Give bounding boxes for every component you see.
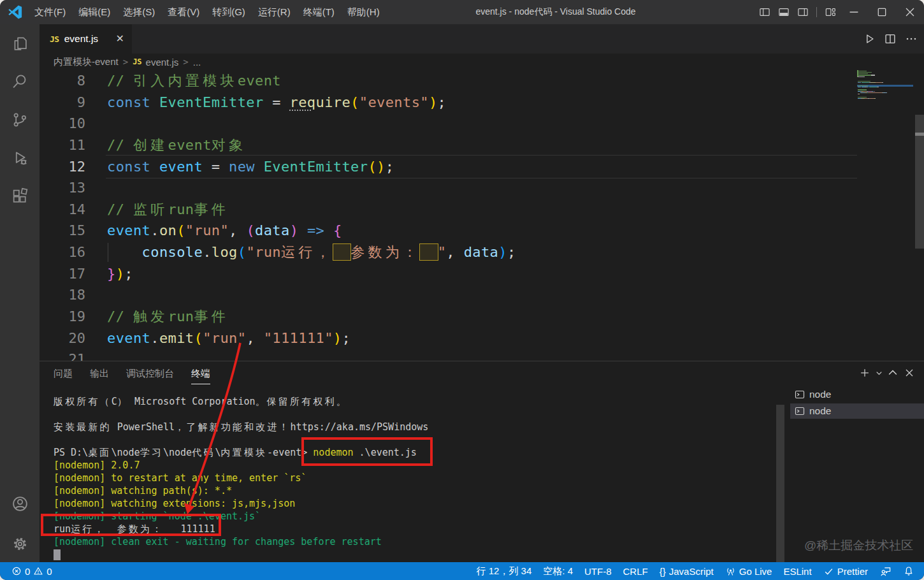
- split-editor-icon[interactable]: [879, 24, 900, 54]
- settings-gear-icon[interactable]: [0, 527, 40, 560]
- code-text: event.on("run", (data) => {: [107, 220, 342, 242]
- error-icon: [11, 566, 22, 576]
- line-number: 10: [40, 113, 85, 134]
- terminal-line-5: PS D:\桌面\node学习\node代码\内置模块-event> nodem…: [54, 446, 417, 459]
- terminal-icon: [795, 389, 805, 400]
- terminal-line-9: [nodemon] watching extensions: js,mjs,js…: [54, 497, 295, 510]
- minimap-token: [858, 97, 867, 98]
- editor-scrollbar[interactable]: [915, 70, 924, 361]
- terminal-list-item-2[interactable]: node: [790, 403, 924, 419]
- panel-tab-1[interactable]: 问题: [54, 361, 73, 384]
- code-text: // 创建event对象: [107, 134, 246, 156]
- problems-status[interactable]: 0 0: [11, 566, 52, 577]
- run-file-icon[interactable]: [858, 24, 879, 54]
- title-bar: 文件(F)编辑(E)选择(S)查看(V)转到(G)运行(R)终端(T)帮助(H)…: [0, 0, 924, 24]
- window-title: event.js - node代码 - Visual Studio Code: [475, 0, 635, 24]
- notifications-bell-icon[interactable]: [897, 562, 920, 580]
- language-status[interactable]: {} JavaScript: [654, 562, 719, 580]
- toggle-primary-sidebar-icon[interactable]: [755, 0, 774, 24]
- minimap-token: [858, 76, 865, 77]
- minimap-token: [859, 94, 860, 94]
- minimap-line-8: [858, 81, 870, 82]
- launch-profile-chevron-icon[interactable]: [873, 361, 884, 384]
- cjk-run: ）: [117, 396, 129, 407]
- cursor-position-status[interactable]: 行 12，列 34: [471, 562, 538, 580]
- go-live-status[interactable]: Go Live: [719, 562, 778, 580]
- new-terminal-icon[interactable]: [856, 361, 873, 384]
- minimap-token: [875, 98, 876, 99]
- maximize-button[interactable]: [868, 0, 896, 24]
- minimap[interactable]: [857, 70, 913, 361]
- feedback-status[interactable]: [874, 562, 897, 580]
- menu-item-2[interactable]: 编辑(E): [72, 0, 117, 24]
- js-file-icon: JS: [133, 57, 141, 66]
- toggle-panel-icon[interactable]: [774, 0, 793, 24]
- cjk-run: 对象: [212, 137, 247, 153]
- code-editor[interactable]: 8// 引入内置模块event9const EventEmitter = req…: [40, 70, 924, 361]
- search-icon[interactable]: [0, 65, 40, 98]
- code-line-13: 13: [40, 177, 924, 199]
- menu-item-6[interactable]: 运行(R): [252, 0, 297, 24]
- close-window-button[interactable]: [896, 0, 924, 24]
- panel-tab-2[interactable]: 输出: [90, 361, 109, 384]
- line-number: 9: [40, 92, 85, 113]
- breadcrumb-more[interactable]: ...: [193, 57, 201, 68]
- warning-count: 0: [47, 566, 52, 577]
- run-and-debug-icon[interactable]: [0, 141, 40, 175]
- breadcrumb: 内置模块-event > JS event.js > ...: [40, 54, 924, 70]
- bottom-panel: 问题输出调试控制台终端 版权所有（C） Microsoft Corporatio…: [40, 361, 924, 562]
- cjk-run: 参数为：: [350, 244, 420, 260]
- eol-status[interactable]: CRLF: [617, 562, 654, 580]
- tab-close-icon[interactable]: ✕: [116, 34, 124, 44]
- menu-item-3[interactable]: 选择(S): [117, 0, 161, 24]
- prettier-status[interactable]: Prettier: [818, 562, 874, 580]
- menu-item-8[interactable]: 帮助(H): [341, 0, 386, 24]
- chevron-right-icon: >: [123, 57, 128, 67]
- close-panel-icon[interactable]: [901, 361, 918, 384]
- terminal-line-7: [nodemon] to restart at any time, enter …: [54, 472, 307, 484]
- indentation-status[interactable]: 空格: 4: [537, 562, 579, 580]
- minimap-line-3: [858, 73, 868, 74]
- minimap-line-16: [858, 92, 887, 93]
- encoding-status[interactable]: UTF-8: [579, 562, 617, 580]
- maximize-panel-icon[interactable]: [884, 361, 901, 384]
- minimap-token: [858, 71, 867, 71]
- minimap-line-12: [858, 87, 879, 87]
- minimap-token: [858, 73, 868, 74]
- extensions-icon[interactable]: [0, 180, 40, 213]
- minimap-line-17: [858, 94, 860, 94]
- minimap-line-9: [858, 82, 883, 83]
- eslint-status[interactable]: ESLint: [777, 562, 817, 580]
- terminal-line-8: [nodemon] watching path(s): *.*: [54, 484, 232, 497]
- panel-tab-4[interactable]: 终端: [191, 361, 210, 384]
- menu-item-7[interactable]: 终端(T): [297, 0, 341, 24]
- source-control-icon[interactable]: [0, 103, 40, 136]
- terminal-list-item-1[interactable]: node: [790, 387, 924, 402]
- minimize-button[interactable]: [840, 0, 868, 24]
- menu-item-4[interactable]: 查看(V): [161, 0, 206, 24]
- explorer-icon[interactable]: [0, 27, 40, 60]
- menu-item-1[interactable]: 文件(F): [28, 0, 72, 24]
- cjk-run: ，了解新功能和改进！: [175, 421, 291, 433]
- terminal-line-3: 安装最新的 PowerShell，了解新功能和改进！https://aka.ms…: [54, 421, 428, 433]
- menu-item-5[interactable]: 转到(G): [206, 0, 252, 24]
- breadcrumb-folder[interactable]: 内置模块-event: [54, 56, 119, 68]
- code-line-17: 17});: [40, 263, 924, 285]
- code-line-19: 19// 触发run事件: [40, 306, 924, 328]
- code-line-15: 15event.on("run", (data) => {: [40, 220, 924, 242]
- terminal-scrollbar[interactable]: [776, 405, 784, 562]
- account-icon[interactable]: [0, 487, 40, 520]
- code-line-11: 11// 创建event对象: [40, 134, 924, 156]
- tab-event-js[interactable]: JS event.js ✕: [40, 24, 132, 54]
- watermark: @稀土掘金技术社区: [804, 537, 913, 554]
- minimap-token: [858, 85, 868, 86]
- panel-tab-3[interactable]: 调试控制台: [126, 361, 174, 384]
- customize-layout-icon[interactable]: [821, 0, 840, 24]
- toggle-secondary-sidebar-icon[interactable]: [793, 0, 812, 24]
- breadcrumb-file[interactable]: event.js: [146, 57, 179, 68]
- broadcast-icon: [725, 566, 736, 577]
- minimap-token: [860, 92, 865, 93]
- more-actions-icon[interactable]: [900, 24, 921, 54]
- language-label: JavaScript: [669, 566, 714, 577]
- code-text: // 引入内置模块event: [107, 70, 281, 92]
